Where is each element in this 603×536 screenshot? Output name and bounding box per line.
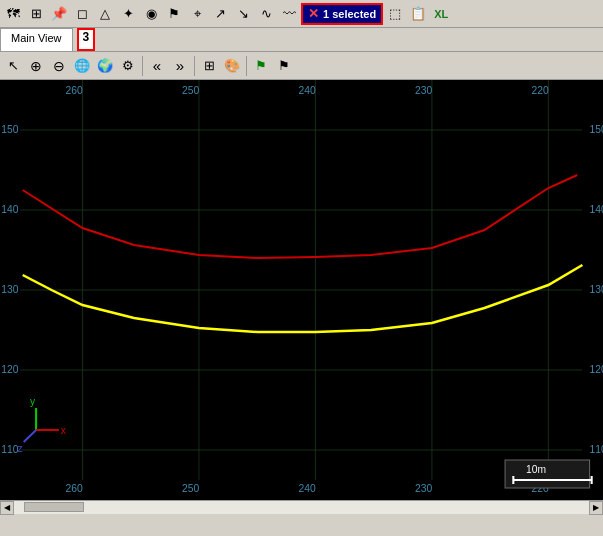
arrow1-icon[interactable]: ↗ — [209, 3, 231, 25]
svg-text:260: 260 — [66, 85, 84, 96]
svg-text:120: 120 — [1, 364, 19, 375]
flag-green-icon[interactable]: ⚑ — [250, 55, 272, 77]
svg-text:y: y — [30, 396, 36, 407]
grid-toggle-icon[interactable]: ⊞ — [198, 55, 220, 77]
layers-icon[interactable]: ⊞ — [25, 3, 47, 25]
svg-text:140: 140 — [1, 204, 19, 215]
arrow2-icon[interactable]: ↘ — [232, 3, 254, 25]
svg-text:110: 110 — [590, 444, 603, 455]
flag-icon[interactable]: ⚑ — [163, 3, 185, 25]
svg-text:250: 250 — [182, 483, 200, 494]
frame-icon[interactable]: ◻ — [71, 3, 93, 25]
main-view-tab[interactable]: Main View — [0, 28, 73, 51]
excel-icon[interactable]: XL — [430, 3, 452, 25]
tab-bar: Main View 3 — [0, 28, 603, 52]
svg-text:130: 130 — [1, 284, 19, 295]
svg-text:150: 150 — [590, 124, 603, 135]
export2-icon[interactable]: 📋 — [407, 3, 429, 25]
svg-text:220: 220 — [532, 85, 550, 96]
toolbar-secondary: ↖ ⊕ ⊖ 🌐 🌍 ⚙ « » ⊞ 🎨 ⚑ ⚑ — [0, 52, 603, 80]
svg-text:230: 230 — [415, 483, 433, 494]
scroll-right-button[interactable]: ▶ — [589, 501, 603, 515]
next-icon[interactable]: » — [169, 55, 191, 77]
export1-icon[interactable]: ⬚ — [384, 3, 406, 25]
close-x-icon: ✕ — [308, 6, 319, 21]
svg-text:110: 110 — [1, 444, 19, 455]
shading-icon[interactable]: 🎨 — [221, 55, 243, 77]
flag-gray-icon[interactable]: ⚑ — [273, 55, 295, 77]
svg-text:260: 260 — [66, 483, 84, 494]
tab-label: Main View — [11, 32, 62, 44]
measure-icon[interactable]: ⌖ — [186, 3, 208, 25]
circle-icon[interactable]: ◉ — [140, 3, 162, 25]
svg-line-34 — [24, 430, 36, 442]
curve2-icon[interactable]: 〰 — [278, 3, 300, 25]
scroll-thumb[interactable] — [24, 502, 84, 512]
selected-count-label: 1 selected — [323, 8, 376, 20]
scroll-track[interactable] — [14, 501, 589, 514]
toolbar-separator-3 — [246, 56, 247, 76]
settings-icon[interactable]: ⚙ — [117, 55, 139, 77]
svg-text:240: 240 — [299, 85, 317, 96]
horizontal-scrollbar: ◀ ▶ — [0, 500, 603, 514]
toolbar-top: 🗺 ⊞ 📌 ◻ △ ✦ ◉ ⚑ ⌖ ↗ ↘ ∿ 〰 ✕ 1 selected ⬚… — [0, 0, 603, 28]
tab-bar-empty — [95, 28, 603, 51]
svg-text:130: 130 — [590, 284, 603, 295]
cursor-icon[interactable]: ✦ — [117, 3, 139, 25]
globe-outline-icon[interactable]: 🌍 — [94, 55, 116, 77]
map-icon[interactable]: 🗺 — [2, 3, 24, 25]
svg-text:z: z — [18, 443, 23, 454]
svg-text:120: 120 — [590, 364, 603, 375]
svg-rect-36 — [505, 460, 590, 488]
tab-badge-number: 3 — [77, 28, 96, 51]
pointer-tool-icon[interactable]: ↖ — [2, 55, 24, 77]
prev-icon[interactable]: « — [146, 55, 168, 77]
toolbar-separator-2 — [194, 56, 195, 76]
pin-icon[interactable]: 📌 — [48, 3, 70, 25]
svg-text:230: 230 — [415, 85, 433, 96]
scroll-left-button[interactable]: ◀ — [0, 501, 14, 515]
svg-text:140: 140 — [590, 204, 603, 215]
svg-text:x: x — [61, 425, 66, 436]
globe-fill-icon[interactable]: 🌐 — [71, 55, 93, 77]
curve1-icon[interactable]: ∿ — [255, 3, 277, 25]
svg-text:240: 240 — [299, 483, 317, 494]
svg-text:150: 150 — [1, 124, 19, 135]
toolbar-separator-1 — [142, 56, 143, 76]
svg-text:10m: 10m — [526, 464, 546, 475]
viewport-svg: 260 250 240 230 220 260 250 240 230 220 … — [0, 80, 603, 500]
zoom-in-icon[interactable]: ⊕ — [25, 55, 47, 77]
triangle-icon[interactable]: △ — [94, 3, 116, 25]
zoom-out-icon[interactable]: ⊖ — [48, 55, 70, 77]
selected-badge: ✕ 1 selected — [301, 3, 383, 25]
main-viewport: 260 250 240 230 220 260 250 240 230 220 … — [0, 80, 603, 500]
svg-text:250: 250 — [182, 85, 200, 96]
